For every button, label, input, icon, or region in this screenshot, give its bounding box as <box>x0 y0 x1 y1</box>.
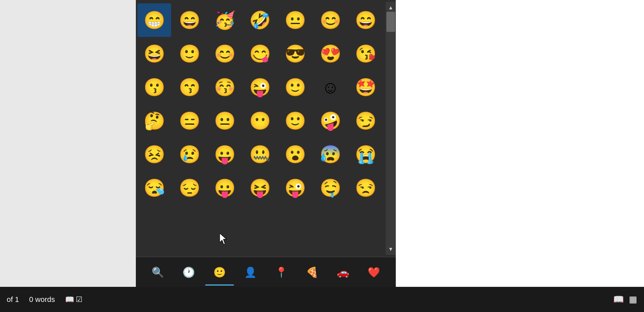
emoji-cell[interactable]: 😜 <box>243 70 277 104</box>
search-icon: 🔍 <box>152 266 164 278</box>
scrollbar-thumb[interactable] <box>386 12 395 32</box>
category-people[interactable]: 👤 <box>236 260 265 285</box>
clock-icon: 🕐 <box>182 266 195 278</box>
emoji-cell[interactable]: 😘 <box>349 37 382 70</box>
emoji-cell[interactable]: 😰 <box>314 138 347 171</box>
emoji-cell[interactable]: 😒 <box>349 171 382 205</box>
emoji-cell[interactable]: 🙂 <box>173 37 206 70</box>
emoji-cell[interactable]: 😑 <box>173 104 206 138</box>
emoji-cell[interactable]: 😋 <box>243 37 277 70</box>
emoji-grid-container: ▲ ▼ 😁 😄 🥳 🤣 😐 😊 😄 😆 🙂 😊 😋 😎 😍 <box>136 0 396 257</box>
status-right-icons: 📖 ▦ <box>613 294 637 305</box>
scrollbar-track[interactable] <box>386 12 396 245</box>
emoji-cell[interactable]: 🤩 <box>349 70 382 104</box>
emoji-cell[interactable]: 😄 <box>349 3 382 37</box>
emoji-cell[interactable]: 🤤 <box>314 171 347 205</box>
emoji-cell[interactable]: 🙂 <box>278 70 312 104</box>
emoji-cell[interactable]: 😮 <box>278 138 312 171</box>
document-right <box>396 0 644 287</box>
emoji-cell[interactable]: 😭 <box>349 138 382 171</box>
category-food[interactable]: 🍕 <box>298 260 326 285</box>
travel-icon: 🚗 <box>337 266 349 278</box>
emoji-cell[interactable]: 😆 <box>138 37 171 70</box>
document-left <box>0 0 136 287</box>
page-info: of 1 <box>7 295 19 304</box>
emoji-cell[interactable]: 🤪 <box>314 104 347 138</box>
chevron-up-icon: ▲ <box>388 5 393 11</box>
category-nature[interactable]: 📍 <box>267 260 296 285</box>
emoji-cell[interactable]: ☺️ <box>314 70 347 104</box>
check-icon[interactable]: ☑ <box>76 295 83 304</box>
emoji-cell[interactable]: 😙 <box>173 70 206 104</box>
emoji-cell[interactable]: 😣 <box>138 138 171 171</box>
view-grid-icon[interactable]: ▦ <box>629 294 637 305</box>
category-symbols[interactable]: ❤️ <box>360 260 388 285</box>
status-bar: of 1 0 words 📖 ☑ 📖 ▦ <box>0 287 644 312</box>
emoji-cell[interactable]: 🙂 <box>278 104 312 138</box>
emoji-cell[interactable]: 😐 <box>278 3 312 37</box>
category-search[interactable]: 🔍 <box>144 260 172 285</box>
heart-icon: ❤️ <box>368 266 380 278</box>
chevron-down-icon: ▼ <box>388 246 393 252</box>
emoji-cell[interactable]: 😄 <box>173 3 206 37</box>
emoji-cell[interactable]: 😢 <box>173 138 206 171</box>
emoji-cell[interactable]: 🤔 <box>138 104 171 138</box>
emoji-grid: 😁 😄 🥳 🤣 😐 😊 😄 😆 🙂 😊 😋 😎 😍 😘 😗 😙 😚 😜 🙂 ☺️… <box>136 2 396 206</box>
emoji-picker-panel: ▲ ▼ 😁 😄 🥳 🤣 😐 😊 😄 😆 🙂 😊 😋 😎 😍 <box>136 0 396 287</box>
emoji-cell[interactable]: 🤣 <box>243 3 277 37</box>
emoji-cell[interactable]: 😚 <box>208 70 241 104</box>
emoji-cell[interactable]: 🤐 <box>243 138 277 171</box>
emoji-cell[interactable]: 😁 <box>138 3 171 37</box>
emoji-cell[interactable]: 😔 <box>173 171 206 205</box>
emoji-category-bar: 🔍 🕐 🙂 👤 📍 🍕 🚗 ❤️ <box>136 257 396 287</box>
emoji-cell[interactable]: 😐 <box>208 104 241 138</box>
emoji-cell[interactable]: 😍 <box>314 37 347 70</box>
book-icon[interactable]: 📖 <box>65 295 74 304</box>
smiley-icon: 🙂 <box>213 266 226 278</box>
view-book-icon[interactable]: 📖 <box>613 294 624 305</box>
emoji-cell[interactable]: 😗 <box>138 70 171 104</box>
emoji-cell[interactable]: 😛 <box>208 138 241 171</box>
emoji-cell[interactable]: 😎 <box>278 37 312 70</box>
emoji-cell[interactable]: 😜 <box>278 171 312 205</box>
emoji-cell[interactable]: 😏 <box>349 104 382 138</box>
emoji-cell[interactable]: 😪 <box>138 171 171 205</box>
emoji-cell[interactable]: 😛 <box>208 171 241 205</box>
category-travel[interactable]: 🚗 <box>329 260 357 285</box>
emoji-cell[interactable]: 😊 <box>314 3 347 37</box>
emoji-cell[interactable]: 😶 <box>243 104 277 138</box>
emoji-cell[interactable]: 😝 <box>243 171 277 205</box>
nature-icon: 📍 <box>275 266 287 278</box>
category-recent[interactable]: 🕐 <box>174 260 203 285</box>
food-icon: 🍕 <box>306 266 318 278</box>
category-smileys[interactable]: 🙂 <box>205 260 234 285</box>
status-icons: 📖 ☑ <box>65 295 83 304</box>
scroll-down-button[interactable]: ▼ <box>386 243 396 255</box>
emoji-cell[interactable]: 😊 <box>208 37 241 70</box>
emoji-cell[interactable]: 🥳 <box>208 3 241 37</box>
word-count: 0 words <box>29 295 55 304</box>
people-icon: 👤 <box>244 266 257 278</box>
